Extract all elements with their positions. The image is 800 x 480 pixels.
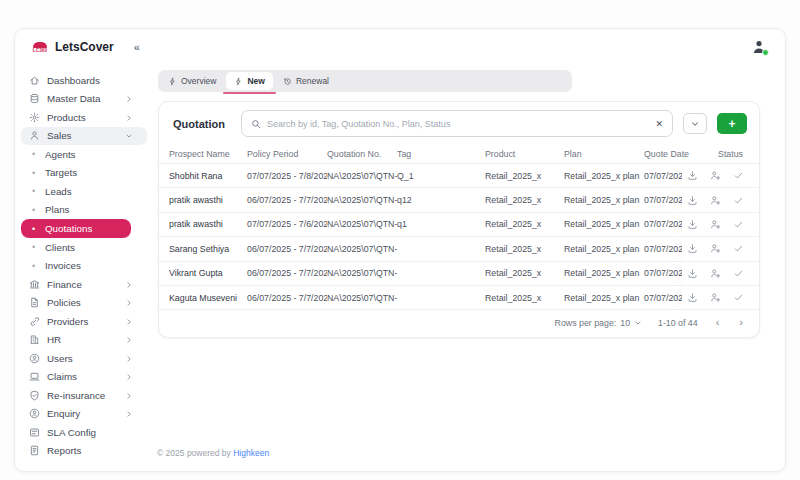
download-quote-button[interactable] bbox=[685, 217, 700, 232]
rows-per-page-select[interactable]: Rows per page: 10 bbox=[555, 318, 642, 328]
sidebar-item-users[interactable]: Users bbox=[15, 349, 157, 368]
highkeen-link[interactable]: Highkeen bbox=[233, 448, 269, 458]
online-status-dot bbox=[762, 49, 769, 56]
cell-plan: Retail_2025_x plan bbox=[564, 293, 644, 303]
chevron-down-icon bbox=[125, 132, 133, 140]
next-page-button[interactable]: › bbox=[737, 317, 745, 328]
cell-product: Retail_2025_x bbox=[485, 219, 564, 229]
cell-policy-period: 06/07/2025 - 7/7/2025 bbox=[247, 195, 327, 205]
table-row[interactable]: Shobhit Rana 07/07/2025 - 7/8/2025 NA\20… bbox=[159, 164, 759, 188]
report-icon bbox=[29, 445, 40, 456]
download-icon bbox=[687, 170, 698, 181]
sidebar-item-policies[interactable]: Policies bbox=[15, 294, 157, 313]
sidebar-item-label: Targets bbox=[45, 167, 77, 178]
sidebar-item-enquiry[interactable]: Enquiry bbox=[15, 405, 157, 424]
sidebar-item-dashboards[interactable]: Dashboards bbox=[15, 71, 157, 90]
sidebar-item-invoices[interactable]: Invoices bbox=[15, 257, 157, 276]
status-check-button[interactable] bbox=[731, 241, 746, 256]
table-row[interactable]: pratik awasthi 07/07/2025 - 7/6/2026 NA\… bbox=[159, 213, 759, 237]
previous-page-button[interactable]: ‹ bbox=[714, 317, 722, 328]
column-header: Plan bbox=[564, 149, 644, 159]
assign-user-button[interactable] bbox=[708, 266, 723, 281]
bolt-icon bbox=[168, 77, 177, 86]
column-header: Policy Period bbox=[247, 149, 327, 159]
quotation-tabbar: Overview New Renewal bbox=[158, 70, 572, 92]
cell-product: Retail_2025_x bbox=[485, 195, 564, 205]
sidebar-item-label: SLA Config bbox=[47, 427, 96, 438]
gear-icon bbox=[29, 112, 40, 123]
database-icon bbox=[29, 93, 40, 104]
column-header: Status bbox=[682, 149, 749, 159]
table-row[interactable]: pratik awasthi 06/07/2025 - 7/7/2025 NA\… bbox=[159, 188, 759, 212]
sidebar-item-products[interactable]: Products bbox=[15, 108, 157, 127]
sidebar-item-hr[interactable]: HR bbox=[15, 331, 157, 350]
column-header: Quotation No. bbox=[327, 149, 397, 159]
sidebar-item-finance[interactable]: Finance bbox=[15, 275, 157, 294]
assign-user-button[interactable] bbox=[708, 290, 723, 305]
sidebar-item-label: Sales bbox=[47, 130, 72, 141]
sidebar-item-label: Quotations bbox=[45, 223, 92, 234]
brand-name: LetsCover bbox=[55, 40, 114, 54]
user-avatar[interactable] bbox=[751, 39, 767, 55]
download-icon bbox=[687, 219, 698, 230]
laptop-icon bbox=[29, 371, 40, 382]
collapse-sidebar-button[interactable]: « bbox=[134, 41, 140, 53]
sidebar-item-sla-config[interactable]: SLA Config bbox=[15, 423, 157, 442]
cell-quote-date: 07/07/2025 bbox=[644, 219, 682, 229]
sidebar-item-clients[interactable]: Clients bbox=[15, 238, 157, 257]
download-quote-button[interactable] bbox=[685, 168, 700, 183]
cell-tag: q12 bbox=[397, 195, 485, 205]
document-icon bbox=[29, 297, 40, 308]
quotation-card: Quotation ✕ + Prospect Name Policy Perio… bbox=[158, 101, 760, 338]
row-actions bbox=[682, 237, 749, 260]
status-check-button[interactable] bbox=[731, 217, 746, 232]
assign-user-button[interactable] bbox=[708, 217, 723, 232]
column-header: Tag bbox=[397, 149, 485, 159]
download-quote-button[interactable] bbox=[685, 241, 700, 256]
download-quote-button[interactable] bbox=[685, 266, 700, 281]
assign-user-button[interactable] bbox=[708, 241, 723, 256]
table-row[interactable]: Kaguta Museveni 06/07/2025 - 7/7/2025 NA… bbox=[159, 286, 759, 310]
clear-search-button[interactable]: ✕ bbox=[655, 119, 663, 129]
assign-user-icon bbox=[710, 243, 721, 254]
tab-new[interactable]: New bbox=[226, 72, 272, 90]
sidebar-item-master-data[interactable]: Master Data bbox=[15, 90, 157, 109]
sidebar-item-re-insurance[interactable]: Re-insurance bbox=[15, 386, 157, 405]
sidebar-item-label: Leads bbox=[45, 186, 72, 197]
cell-quote-date: 07/07/2025 bbox=[644, 293, 682, 303]
status-check-button[interactable] bbox=[731, 168, 746, 183]
table-row[interactable]: Sarang Sethiya 06/07/2025 - 7/7/2025 NA\… bbox=[159, 237, 759, 261]
sidebar-item-sales[interactable]: Sales bbox=[21, 127, 147, 146]
assign-user-button[interactable] bbox=[708, 168, 723, 183]
tab-renewal[interactable]: Renewal bbox=[275, 72, 337, 90]
cell-tag: Q_1 bbox=[397, 171, 485, 181]
cell-policy-period: 07/07/2025 - 7/6/2026 bbox=[247, 219, 327, 229]
cell-prospect-name: Sarang Sethiya bbox=[169, 244, 247, 254]
link-icon bbox=[29, 316, 40, 327]
sidebar-item-plans[interactable]: Plans bbox=[15, 201, 157, 220]
search-input[interactable] bbox=[267, 119, 650, 129]
download-quote-button[interactable] bbox=[685, 290, 700, 305]
search-box: ✕ bbox=[241, 110, 673, 137]
status-check-button[interactable] bbox=[731, 193, 746, 208]
sidebar-item-targets[interactable]: Targets bbox=[15, 164, 157, 183]
chevron-right-icon bbox=[125, 114, 133, 122]
assign-user-button[interactable] bbox=[708, 193, 723, 208]
sidebar-item-reports[interactable]: Reports bbox=[15, 442, 157, 461]
tab-overview[interactable]: Overview bbox=[160, 72, 224, 90]
table-row[interactable]: Vikrant Gupta 06/07/2025 - 7/7/2025 NA\2… bbox=[159, 262, 759, 286]
sidebar-item-providers[interactable]: Providers bbox=[15, 312, 157, 331]
sidebar-item-agents[interactable]: Agents bbox=[15, 145, 157, 164]
status-check-button[interactable] bbox=[731, 266, 746, 281]
sidebar-item-label: Master Data bbox=[47, 93, 100, 104]
add-quotation-button[interactable]: + bbox=[717, 113, 747, 134]
sidebar-item-label: HR bbox=[47, 334, 61, 345]
download-quote-button[interactable] bbox=[685, 193, 700, 208]
sidebar-item-leads[interactable]: Leads bbox=[15, 182, 157, 201]
actions-dropdown-button[interactable] bbox=[683, 113, 707, 134]
sidebar-item-label: Providers bbox=[47, 316, 88, 327]
status-check-button[interactable] bbox=[731, 290, 746, 305]
sidebar-item-quotations[interactable]: Quotations bbox=[21, 219, 131, 238]
user-circle-icon bbox=[29, 408, 40, 419]
sidebar-item-claims[interactable]: Claims bbox=[15, 368, 157, 387]
